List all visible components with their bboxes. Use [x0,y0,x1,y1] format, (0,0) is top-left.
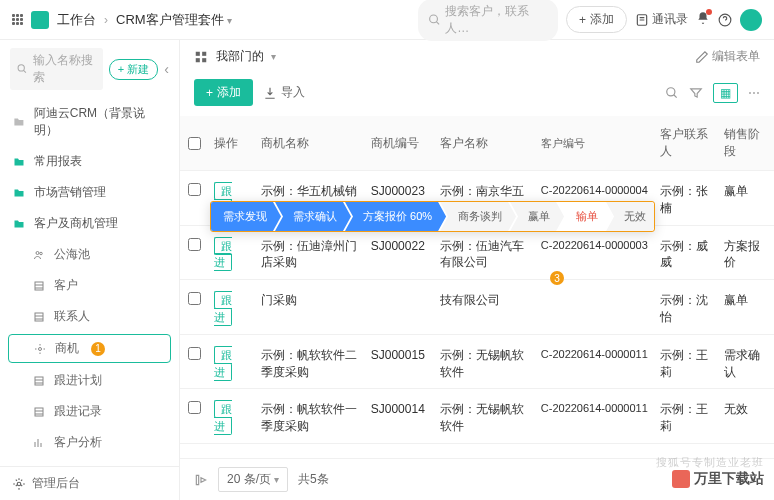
row-checkbox[interactable] [188,238,201,251]
sidebar-item[interactable]: 公海池 [0,239,179,270]
followup-button[interactable]: 跟进 [214,346,232,381]
svg-point-5 [40,252,43,255]
filter-icon[interactable] [689,86,703,100]
svg-point-16 [667,87,675,95]
folder-gray-icon [12,116,26,128]
sidebar: 输入名称搜索 + 新建 ‹ 阿迪云CRM（背景说明）常用报表市场营销管理客户及商… [0,40,180,500]
help-icon[interactable] [718,13,732,27]
crumb-sep: › [104,13,108,27]
svg-point-3 [18,65,24,71]
sidebar-item[interactable]: 常用报表 [0,146,179,177]
table-row[interactable]: 跟进 示例：伍迪漳州门店采购 SJ000022 示例：伍迪汽车有限公司 C-20… [180,226,774,281]
grid-icon [32,375,46,387]
folder-icon [12,156,26,168]
sidebar-item[interactable]: 阿迪云CRM（背景说明） [0,98,179,146]
col-contact: 客户联系人 [654,116,719,170]
notifications-icon[interactable] [696,11,710,28]
pipeline-stage[interactable]: 商务谈判 [440,202,516,231]
sidebar-item[interactable]: 客户 [0,270,179,301]
folder-icon [12,218,26,230]
chart-icon [32,437,46,449]
row-checkbox[interactable] [188,347,201,360]
crumb-workbench[interactable]: 工作台 [57,11,96,29]
edit-icon [695,50,709,64]
svg-rect-6 [35,282,43,290]
sidebar-search[interactable]: 输入名称搜索 [10,48,103,90]
pipeline-stage[interactable]: 需求确认 [275,202,351,231]
grid-icon [32,311,46,323]
col-op: 操作 [208,125,254,162]
table-row[interactable]: 跟进 示例：帆软软件一季度采购 SJ000014 示例：无锡帆软软件 C-202… [180,389,774,444]
sidebar-item[interactable]: 客户及商机管理 [0,208,179,239]
contacts-link[interactable]: 通讯录 [635,11,688,28]
watermark: 万里下载站 [672,470,764,488]
svg-rect-9 [35,377,43,385]
apps-icon[interactable] [12,14,23,25]
grid-icon [32,406,46,418]
more-icon[interactable]: ⋯ [748,86,760,100]
search-icon [428,13,441,27]
data-table: 操作 商机名称 商机编号 客户名称 客户编号 客户联系人 销售阶段 跟进 示例：… [180,116,774,458]
table-row[interactable]: 跟进 门采购 技有限公司 示例：沈怡 赢单 [180,280,774,335]
grid-icon [32,280,46,292]
global-search[interactable]: 搜索客户，联系人… [418,0,558,41]
row-checkbox[interactable] [188,401,201,414]
pipeline-stage[interactable]: 需求发现 [211,202,281,231]
pipeline-stage[interactable]: 输单 [558,202,612,231]
sidebar-item[interactable]: 客户分析 [0,427,179,458]
admin-link[interactable]: 管理后台 [0,466,179,500]
sidebar-item[interactable]: 市场营销管理 [0,177,179,208]
table-row[interactable]: 跟进 示例：帆软软件二季度采购 SJ000015 示例：无锡帆软软件 C-202… [180,335,774,390]
pipeline-stage[interactable]: 赢单 [510,202,564,231]
row-checkbox[interactable] [188,183,201,196]
org-icon [194,50,208,64]
svg-point-11 [17,482,21,486]
col-stage: 销售阶段 [718,116,774,170]
svg-point-8 [39,347,42,350]
gear-icon [33,343,47,355]
sidebar-item[interactable]: 跟进计划 [0,365,179,396]
pipeline-stage[interactable]: 方案报价 60% [345,202,446,231]
annotation-badge-3: 3 [550,271,564,285]
followup-button[interactable]: 跟进 [214,400,232,435]
table-header: 操作 商机名称 商机编号 客户名称 客户编号 客户联系人 销售阶段 [180,116,774,171]
followup-button[interactable]: 跟进 [214,291,232,326]
followup-button[interactable]: 跟进 [214,237,232,272]
search-placeholder: 搜索客户，联系人… [445,3,548,37]
total-count: 共5条 [298,471,329,488]
svg-rect-12 [196,51,200,55]
sidebar-item[interactable]: 联系人 [0,301,179,332]
col-code: 商机编号 [365,125,434,162]
svg-point-0 [430,15,438,23]
svg-rect-7 [35,313,43,321]
dept-selector[interactable]: 我部门的 [216,48,276,65]
crumb-suite[interactable]: CRM客户管理套件 [116,11,232,29]
import-icon [263,86,277,100]
plus-icon: + [206,86,213,100]
svg-point-4 [36,251,39,254]
row-checkbox[interactable] [188,292,201,305]
svg-rect-14 [196,58,200,62]
plus-icon: + [579,13,586,27]
add-record-button[interactable]: +添加 [194,79,253,106]
collapse-pager-icon[interactable] [194,473,208,487]
user-avatar[interactable] [740,9,762,31]
collapse-icon[interactable]: ‹ [164,61,169,77]
page-size-select[interactable]: 20 条/页 [218,467,288,492]
select-all-checkbox[interactable] [188,137,201,150]
add-button[interactable]: + 添加 [566,6,627,33]
view-toggle[interactable]: ▦ [713,83,738,103]
pipeline-stage[interactable]: 无效 [606,202,655,231]
contacts-icon [635,13,649,27]
edit-form-link[interactable]: 编辑表单 [695,48,760,65]
badge: 1 [91,342,105,356]
search-icon[interactable] [665,86,679,100]
sidebar-item[interactable]: 跟进记录 [0,396,179,427]
import-button[interactable]: 导入 [263,84,305,101]
app-logo [31,11,49,29]
sidebar-new-button[interactable]: + 新建 [109,59,158,80]
svg-rect-13 [202,51,206,55]
search-icon [16,62,29,76]
sidebar-item[interactable]: 商机1 [8,334,171,363]
pipeline-popover: 需求发现需求确认方案报价 60%商务谈判赢单输单无效 [210,201,655,232]
